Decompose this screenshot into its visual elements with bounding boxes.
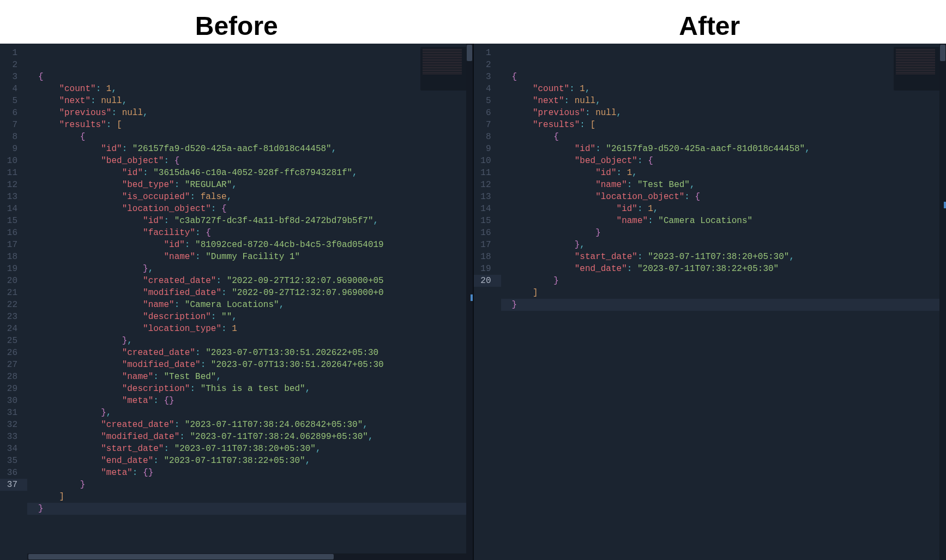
line-number: 28 — [0, 371, 27, 383]
code-line[interactable]: } — [27, 479, 473, 491]
code-line[interactable]: "id": "c3ab727f-dc3f-4a11-bf8d-2472bd79b… — [27, 215, 473, 227]
token-punct: , — [368, 432, 373, 442]
token-brace: } — [595, 228, 601, 238]
token-punct: , — [789, 252, 794, 262]
code-line[interactable]: "results": [ — [27, 119, 473, 131]
line-number: 7 — [0, 119, 27, 131]
token-str: "2023-07-07T13:30:51.202622+05:30 — [206, 348, 378, 358]
code-line[interactable]: "id": "26157fa9-d520-425a-aacf-81d018c44… — [27, 143, 473, 155]
code-line[interactable]: "next": null, — [27, 95, 473, 107]
code-line[interactable]: "location_type": 1 — [27, 323, 473, 335]
code-line[interactable]: ] — [27, 491, 473, 503]
code-line[interactable]: "modified_date": "2022-09-27T12:32:07.96… — [27, 287, 473, 299]
change-marker — [944, 202, 946, 208]
code-line[interactable]: "bed_type": "REGULAR", — [27, 179, 473, 191]
after-editor[interactable]: 1234567891011121314151617181920 { "count… — [474, 44, 947, 560]
code-line[interactable]: } — [501, 227, 947, 239]
code-line[interactable]: "name": "Test Bed", — [27, 371, 473, 383]
token-punct: : — [627, 180, 637, 190]
scroll-thumb[interactable] — [940, 45, 945, 61]
token-num: 1 — [648, 204, 653, 214]
code-line[interactable]: "start_date": "2023-07-11T07:38:20+05:30… — [27, 443, 473, 455]
code-line[interactable]: { — [501, 131, 947, 143]
line-number: 20 — [474, 275, 501, 287]
code-line[interactable]: }, — [27, 263, 473, 275]
code-line[interactable]: }, — [27, 335, 473, 347]
code-line[interactable]: "previous": null, — [501, 107, 947, 119]
code-line[interactable]: "name": "Camera Locations" — [501, 215, 947, 227]
code-line[interactable]: "count": 1, — [501, 83, 947, 95]
code-line[interactable]: "description": "This is a test bed", — [27, 383, 473, 395]
code-line[interactable]: "name": "Test Bed", — [501, 179, 947, 191]
code-line[interactable]: "location_object": { — [501, 191, 947, 203]
code-line[interactable]: { — [27, 131, 473, 143]
minimap-icon[interactable] — [420, 47, 469, 91]
code-line[interactable]: "facility": { — [27, 227, 473, 239]
token-punct: : — [637, 204, 648, 214]
code-line[interactable]: "is_occupied": false, — [27, 191, 473, 203]
token-key: "modified_date" — [143, 288, 221, 298]
token-str: "2023-07-11T07:38:22+05:30" — [637, 264, 779, 274]
token-brace: {} — [143, 468, 153, 478]
code-line[interactable]: "id": 1, — [501, 203, 947, 215]
code-line[interactable]: ] — [501, 287, 947, 299]
line-number: 13 — [0, 191, 27, 203]
code-line[interactable]: "end_date": "2023-07-11T07:38:22+05:30" — [501, 263, 947, 275]
code-line[interactable]: "count": 1, — [27, 83, 473, 95]
token-punct: , — [332, 144, 337, 154]
before-code[interactable]: { "count": 1, "next": null, "previous": … — [27, 44, 473, 560]
token-str: "Test Bed" — [637, 180, 690, 190]
code-line[interactable]: "id": "3615da46-c10a-4052-928f-ffc879432… — [27, 167, 473, 179]
code-line[interactable]: "start_date": "2023-07-11T07:38:20+05:30… — [501, 251, 947, 263]
token-key: "name" — [595, 180, 627, 190]
token-key: "end_date" — [575, 264, 627, 274]
horizontal-scrollbar[interactable] — [27, 553, 466, 560]
code-line[interactable]: "modified_date": "2023-07-07T13:30:51.20… — [27, 359, 473, 371]
code-line[interactable]: { — [501, 71, 947, 83]
line-number: 14 — [474, 203, 501, 215]
code-line[interactable]: } — [501, 275, 947, 287]
line-number: 6 — [474, 107, 501, 119]
code-line[interactable]: "location_object": { — [27, 203, 473, 215]
code-line[interactable]: "bed_object": { — [501, 155, 947, 167]
token-punct: : — [195, 228, 206, 238]
minimap-icon[interactable] — [894, 47, 943, 91]
code-line[interactable]: { — [27, 71, 473, 83]
scroll-thumb-horizontal[interactable] — [28, 554, 334, 559]
code-line[interactable]: "bed_object": { — [27, 155, 473, 167]
code-line[interactable]: "created_date": "2022-09-27T12:32:07.969… — [27, 275, 473, 287]
before-editor[interactable]: 1234567891011121314151617181920212223242… — [0, 44, 474, 560]
code-line[interactable]: "end_date": "2023-07-11T07:38:22+05:30", — [27, 455, 473, 467]
code-line[interactable]: "previous": null, — [27, 107, 473, 119]
after-code[interactable]: { "count": 1, "next": null, "previous": … — [501, 44, 947, 560]
code-line[interactable]: "id": "81092ced-8720-44cb-b4c5-3f0ad0540… — [27, 239, 473, 251]
code-line[interactable]: } — [501, 299, 947, 311]
code-line[interactable]: "description": "", — [27, 311, 473, 323]
code-line[interactable]: "meta": {} — [27, 467, 473, 479]
token-punct: , — [122, 96, 128, 106]
after-header: After — [473, 0, 947, 44]
code-line[interactable]: "created_date": "2023-07-07T13:30:51.202… — [27, 347, 473, 359]
code-line[interactable]: }, — [501, 239, 947, 251]
code-line[interactable]: "meta": {} — [27, 395, 473, 407]
line-number: 20 — [0, 275, 27, 287]
line-number: 1 — [474, 47, 501, 59]
code-line[interactable]: } — [27, 503, 473, 515]
token-brace: { — [80, 132, 86, 142]
code-line[interactable]: "created_date": "2023-07-11T07:38:24.062… — [27, 419, 473, 431]
code-line[interactable]: "id": "26157fa9-d520-425a-aacf-81d018c44… — [501, 143, 947, 155]
code-line[interactable]: "modified_date": "2023-07-11T07:38:24.06… — [27, 431, 473, 443]
code-line[interactable]: "id": 1, — [501, 167, 947, 179]
token-brace: } — [122, 336, 128, 346]
vertical-scrollbar[interactable] — [939, 44, 946, 560]
token-str: "26157fa9-d520-425a-aacf-81d018c44458" — [132, 144, 332, 154]
vertical-scrollbar[interactable] — [466, 44, 473, 560]
token-key: "name" — [143, 300, 174, 310]
line-number: 30 — [0, 395, 27, 407]
code-line[interactable]: "next": null, — [501, 95, 947, 107]
code-line[interactable]: }, — [27, 407, 473, 419]
scroll-thumb[interactable] — [467, 45, 472, 61]
code-line[interactable]: "name": "Camera Locations", — [27, 299, 473, 311]
code-line[interactable]: "name": "Dummy Facility 1" — [27, 251, 473, 263]
code-line[interactable]: "results": [ — [501, 119, 947, 131]
